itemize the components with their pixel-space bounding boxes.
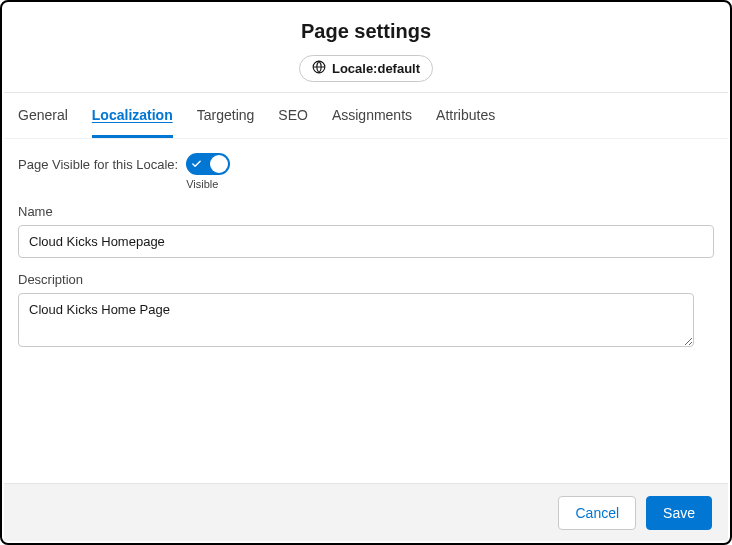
visibility-row: Page Visible for this Locale: Visible: [18, 153, 714, 190]
tab-general[interactable]: General: [18, 93, 68, 138]
description-label: Description: [18, 272, 714, 287]
tab-localization[interactable]: Localization: [92, 93, 173, 138]
visibility-toggle[interactable]: [186, 153, 230, 175]
name-input[interactable]: [18, 225, 714, 258]
modal-footer: Cancel Save: [4, 483, 728, 541]
description-field-group: Description: [18, 272, 714, 351]
visibility-toggle-wrap: Visible: [186, 153, 230, 190]
tabs-bar: General Localization Targeting SEO Assig…: [4, 93, 728, 139]
cancel-button[interactable]: Cancel: [558, 496, 636, 530]
tab-attributes[interactable]: Attributes: [436, 93, 495, 138]
name-label: Name: [18, 204, 714, 219]
description-input[interactable]: [18, 293, 694, 347]
visibility-state: Visible: [186, 178, 218, 190]
locale-label: Locale:default: [332, 61, 420, 76]
check-icon: [191, 159, 202, 170]
name-field-group: Name: [18, 204, 714, 258]
tab-targeting[interactable]: Targeting: [197, 93, 255, 138]
tab-assignments[interactable]: Assignments: [332, 93, 412, 138]
save-button[interactable]: Save: [646, 496, 712, 530]
page-title: Page settings: [2, 20, 730, 43]
globe-icon: [312, 60, 326, 77]
locale-chip[interactable]: Locale:default: [299, 55, 433, 82]
content-scroll[interactable]: General Localization Targeting SEO Assig…: [4, 92, 728, 483]
tab-seo[interactable]: SEO: [278, 93, 308, 138]
modal-header: Page settings Locale:default: [2, 2, 730, 94]
visibility-label: Page Visible for this Locale:: [18, 153, 178, 172]
form-area: Page Visible for this Locale: Visible Na…: [4, 139, 728, 379]
toggle-knob: [210, 155, 228, 173]
